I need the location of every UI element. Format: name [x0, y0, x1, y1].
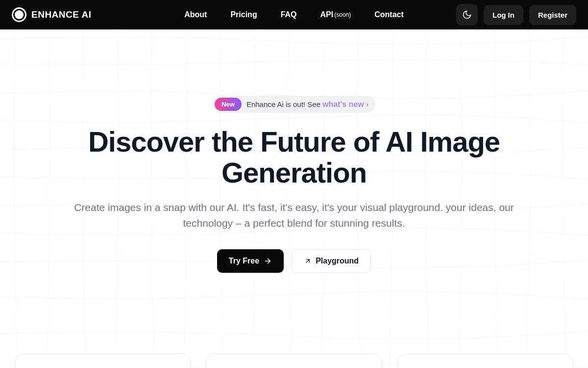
svg-line-1 [306, 260, 310, 263]
nav-label: Pricing [230, 10, 257, 19]
header-actions: Log In Register [456, 4, 576, 26]
nav-about[interactable]: About [184, 10, 207, 19]
logo-text: ENHANCE AI [31, 9, 92, 20]
hero-title: Discover the Future of AI Image Generati… [69, 127, 519, 188]
nav-pricing[interactable]: Pricing [230, 10, 257, 19]
nav-label: About [184, 10, 207, 19]
nav-label: Contact [374, 10, 404, 19]
hero-section: New Enhance Ai is out! See what's new › … [0, 29, 588, 368]
logo[interactable]: ENHANCE AI [12, 7, 92, 22]
announcement-text-wrap: Enhance Ai is out! See what's new › [246, 100, 368, 109]
nav-contact[interactable]: Contact [374, 10, 404, 19]
new-badge: New [215, 98, 242, 111]
nav-api[interactable]: API(soon) [320, 10, 351, 19]
chevron-right-icon: › [366, 101, 368, 108]
register-button[interactable]: Register [529, 5, 576, 25]
nav-menu: About Pricing FAQ API(soon) Contact [184, 10, 404, 19]
moon-icon [462, 10, 472, 20]
login-button[interactable]: Log In [484, 5, 523, 25]
arrow-up-right-icon [304, 257, 312, 265]
nav-soon-badge: (soon) [334, 11, 351, 18]
theme-toggle[interactable] [456, 4, 478, 26]
nav-label: API [320, 10, 334, 19]
feature-card [397, 353, 573, 368]
announcement-text: Enhance Ai is out! See [246, 100, 322, 108]
nav-faq[interactable]: FAQ [281, 10, 297, 19]
announcement-pill[interactable]: New Enhance Ai is out! See what's new › [213, 96, 375, 113]
feature-card [15, 353, 191, 368]
hero-content: New Enhance Ai is out! See what's new › … [0, 96, 588, 273]
logo-icon [12, 7, 26, 22]
cta-buttons: Try Free Playground [217, 249, 371, 273]
playground-label: Playground [316, 257, 359, 265]
feature-card [206, 353, 382, 368]
announcement-link: what's new [322, 100, 364, 108]
try-free-label: Try Free [229, 257, 259, 265]
try-free-button[interactable]: Try Free [217, 249, 284, 273]
header: ENHANCE AI About Pricing FAQ API(soon) C… [0, 0, 588, 29]
playground-button[interactable]: Playground [292, 249, 371, 273]
feature-cards-row [0, 353, 588, 368]
nav-label: FAQ [281, 10, 297, 19]
arrow-right-icon [263, 257, 272, 265]
hero-subtitle: Create images in a snap with our AI. It'… [69, 200, 519, 231]
